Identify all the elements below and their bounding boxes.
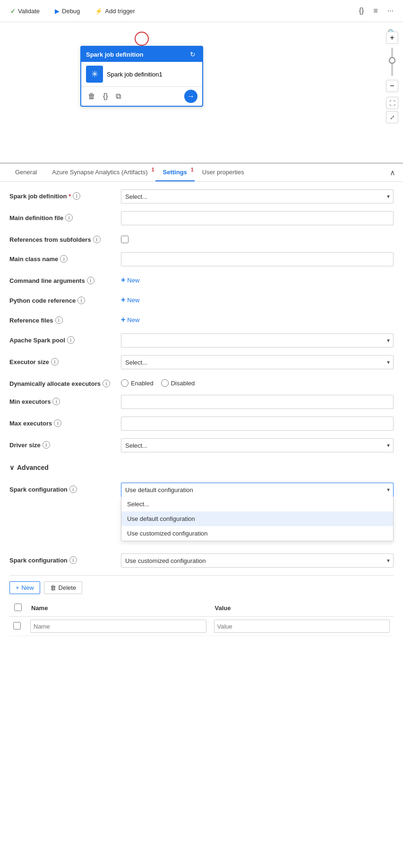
tab-user-properties[interactable]: User properties <box>195 164 252 181</box>
node-copy-button[interactable]: ⧉ <box>114 91 123 102</box>
main-class-info-icon[interactable]: i <box>60 255 68 263</box>
apache-spark-pool-row: Apache Spark pool i ▾ <box>9 333 394 348</box>
config-table: Name Value <box>9 600 394 636</box>
disabled-label: Disabled <box>171 380 195 387</box>
zoom-in-button[interactable]: + <box>386 32 398 44</box>
validate-icon: ✓ <box>10 8 16 15</box>
advanced-header[interactable]: ∨ Advanced <box>9 460 394 475</box>
cmd-args-plus-icon: + <box>121 276 125 284</box>
ref-files-new-button[interactable]: + New <box>121 314 139 326</box>
node-code-button[interactable]: {} <box>101 91 110 102</box>
cmd-args-new-button[interactable]: + New <box>121 274 139 286</box>
expand-button[interactable]: ⤢ <box>386 111 398 123</box>
spark-job-def-select[interactable]: Select... <box>121 189 394 204</box>
debug-button[interactable]: ▶ Debug <box>52 6 83 17</box>
python-code-ref-new-button[interactable]: + New <box>121 294 139 306</box>
driver-size-row: Driver size i Select... ▾ <box>9 438 394 452</box>
driver-size-select[interactable]: Select... <box>121 438 394 452</box>
spark-node-body: ✳ Spark job definition1 <box>81 62 202 86</box>
dyn-alloc-label: Dynamically allocate executors i <box>9 377 113 387</box>
min-exec-info-icon[interactable]: i <box>52 398 60 405</box>
driver-size-info-icon[interactable]: i <box>43 441 50 449</box>
ref-files-row: Reference files i + New <box>9 314 394 326</box>
tab-artifacts-badge: 1 <box>151 167 154 172</box>
tab-artifacts[interactable]: Azure Synapse Analytics (Artifacts) 1 <box>44 164 155 181</box>
zoom-out-button[interactable]: − <box>386 80 398 92</box>
spark-config-dropdown-list: Select... Use default configuration Use … <box>121 497 394 541</box>
executor-size-select[interactable]: Select... <box>121 355 394 369</box>
table-new-plus-icon: + <box>16 584 19 591</box>
refs-subfolders-label: References from subfolders i <box>9 233 113 243</box>
spark-job-def-row: Spark job definition * i Select... ▾ <box>9 189 394 204</box>
name-column-header: Name <box>26 600 210 617</box>
tab-settings[interactable]: Settings 1 <box>155 164 195 181</box>
spark-config-select[interactable]: Use default configuration Select... Use … <box>121 483 394 497</box>
spark-config2-info-icon[interactable]: i <box>69 556 77 564</box>
fit-screen-button[interactable]: ⛶ <box>386 97 398 109</box>
max-executors-label: Max executors i <box>9 417 113 427</box>
refs-subfolders-checkbox-wrapper <box>121 233 129 245</box>
zoom-slider-track <box>391 48 393 76</box>
more-icon-button[interactable]: ··· <box>386 5 395 17</box>
add-trigger-button[interactable]: ⚡ Add trigger <box>92 6 138 17</box>
spark-config2-row: Spark configuration i Use customized con… <box>9 553 394 568</box>
select-all-checkbox[interactable] <box>14 604 22 611</box>
ref-files-label: Reference files i <box>9 314 113 324</box>
table-delete-button[interactable]: 🗑 Delete <box>44 581 83 594</box>
spark-node: Spark job definition ↻ ✳ Spark job defin… <box>80 46 203 107</box>
row-checkbox[interactable] <box>13 622 21 630</box>
name-input[interactable] <box>30 620 206 633</box>
dropdown-item-default[interactable]: Use default configuration <box>121 511 393 526</box>
node-refresh-button[interactable]: ↻ <box>188 50 197 59</box>
spark-node-header: Spark job definition ↻ <box>81 47 202 62</box>
cmd-args-info-icon[interactable]: i <box>87 277 94 284</box>
validate-button[interactable]: ✓ Validate <box>8 6 43 17</box>
main-def-file-input[interactable] <box>121 211 394 225</box>
enabled-radio[interactable] <box>121 379 129 387</box>
dropdown-item-select[interactable]: Select... <box>121 497 393 511</box>
main-class-name-input[interactable] <box>121 252 394 266</box>
python-code-ref-label: Python code reference i <box>9 294 113 304</box>
main-class-name-row: Main class name i <box>9 252 394 266</box>
main-def-info-icon[interactable]: i <box>65 214 73 221</box>
executor-size-info-icon[interactable]: i <box>51 358 59 366</box>
canvas-area: 🔍 Spark job definition ↻ ✳ Spark job def… <box>0 22 403 164</box>
spark-config-info-icon[interactable]: i <box>69 485 77 493</box>
ref-files-info-icon[interactable]: i <box>55 316 63 324</box>
spark-job-def-info-icon[interactable]: i <box>73 192 80 200</box>
settings-panel: Spark job definition * i Select... ▾ Mai… <box>0 182 403 646</box>
tab-settings-badge: 1 <box>191 167 194 172</box>
refs-subfolders-checkbox[interactable] <box>121 236 129 243</box>
python-code-ref-row: Python code reference i + New <box>9 294 394 306</box>
min-executors-label: Min executors i <box>9 395 113 405</box>
list-icon-button[interactable]: ≡ <box>371 5 379 17</box>
disabled-radio-label[interactable]: Disabled <box>161 379 195 387</box>
collapse-panel-button[interactable]: ∧ <box>390 168 395 177</box>
dropdown-item-custom[interactable]: Use customized configuration <box>121 526 393 541</box>
max-exec-info-icon[interactable]: i <box>54 419 61 427</box>
spark-config-select-wrapper: Use default configuration Select... Use … <box>121 483 394 497</box>
min-executors-input[interactable] <box>121 395 394 409</box>
spark-config2-select[interactable]: Use customized configuration Use default… <box>121 553 394 568</box>
table-new-button[interactable]: + New <box>9 581 40 594</box>
disabled-radio[interactable] <box>161 379 169 387</box>
enabled-radio-label[interactable]: Enabled <box>121 379 154 387</box>
executor-size-label: Executor size i <box>9 355 113 366</box>
table-actions: + New 🗑 Delete <box>9 581 394 594</box>
node-delete-button[interactable]: 🗑 <box>86 91 97 102</box>
executor-size-select-wrapper: Select... ▾ <box>121 355 394 369</box>
code-icon-button[interactable]: {} <box>357 5 366 17</box>
dyn-alloc-info-icon[interactable]: i <box>103 380 110 387</box>
enabled-label: Enabled <box>131 380 154 387</box>
table-row <box>9 617 394 636</box>
value-input[interactable] <box>214 620 390 633</box>
apache-spark-pool-select[interactable] <box>121 333 394 348</box>
apache-spark-info-icon[interactable]: i <box>67 336 75 344</box>
node-arrow-button[interactable]: → <box>184 90 197 103</box>
max-executors-input[interactable] <box>121 417 394 431</box>
tab-general[interactable]: General <box>8 164 44 181</box>
python-code-info-icon[interactable]: i <box>77 297 85 304</box>
refs-subfolders-info-icon[interactable]: i <box>93 236 101 243</box>
spark-node-actions: 🗑 {} ⧉ → <box>81 86 202 106</box>
cmd-args-row: Command line arguments i + New <box>9 274 394 286</box>
